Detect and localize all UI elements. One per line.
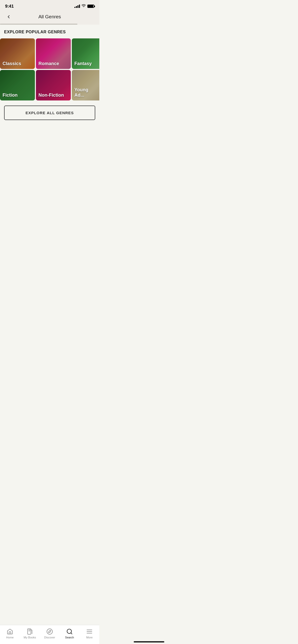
explore-all-genres-button[interactable]: EXPLORE ALL GENRES — [4, 106, 95, 120]
genre-label-romance: Romance — [38, 61, 59, 66]
genre-tile-youngadult[interactable]: Young Ad... — [72, 70, 99, 100]
genre-row-2: Fiction Non-Fiction Young Ad... — [0, 70, 99, 100]
svg-point-0 — [84, 7, 84, 7]
genre-tile-fantasy[interactable]: Fantasy — [72, 38, 99, 69]
main-content: EXPLORE POPULAR GENRES Classics Romance … — [0, 25, 99, 123]
status-icons — [74, 4, 94, 9]
genre-grid: Classics Romance Fantasy Fictio — [0, 38, 99, 100]
battery-icon — [87, 5, 94, 8]
genre-label-youngadult: Young Ad... — [74, 87, 97, 98]
genre-tile-romance[interactable]: Romance — [36, 38, 71, 69]
status-bar: 9:41 — [0, 0, 99, 11]
nav-header: All Genres — [0, 11, 99, 24]
genre-tile-nonfiction[interactable]: Non-Fiction — [36, 70, 71, 100]
genre-label-classics: Classics — [3, 61, 21, 66]
back-button[interactable] — [4, 12, 13, 21]
section-title: EXPLORE POPULAR GENRES — [0, 30, 99, 38]
wifi-icon — [82, 4, 86, 9]
genre-label-nonfiction: Non-Fiction — [38, 93, 64, 98]
genre-tile-fiction[interactable]: Fiction — [0, 70, 35, 100]
page-title: All Genres — [38, 14, 61, 20]
genre-row-1: Classics Romance Fantasy — [0, 38, 99, 69]
explore-btn-container: EXPLORE ALL GENRES — [0, 100, 99, 123]
status-time: 9:41 — [5, 4, 14, 9]
signal-icon — [74, 5, 80, 8]
genre-tile-classics[interactable]: Classics — [0, 38, 35, 69]
genre-label-fiction: Fiction — [3, 93, 18, 98]
genre-label-fantasy: Fantasy — [74, 61, 92, 66]
